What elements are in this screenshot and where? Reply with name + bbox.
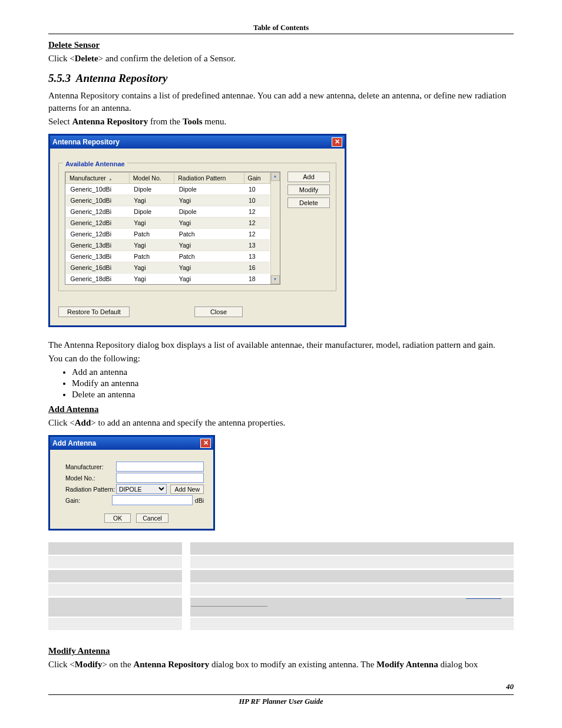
col-gain[interactable]: Gain	[244, 173, 270, 184]
antenna-repository-dialog: Antenna Repository ✕ Available Antennae …	[48, 134, 346, 327]
table-row[interactable]: Generic_10dBiDipoleDipole10	[66, 184, 270, 195]
heading-modify-antenna: Modify Antenna	[48, 646, 514, 656]
table-row[interactable]: Generic_12dBiPatchPatch12	[66, 229, 270, 240]
bullet-list: Add an antenna Modify an antenna Delete …	[72, 367, 514, 400]
para-delete-sensor: Click <Delete> and confirm the deletion …	[48, 52, 514, 65]
page-number: 40	[506, 682, 514, 691]
unit-dbi: dBi	[195, 497, 204, 504]
label-gain: Gain:	[65, 497, 112, 504]
para-after-repo: The Antenna Repository dialog box displa…	[48, 339, 514, 351]
label-manufacturer: Manufacturer:	[65, 463, 116, 470]
para-modify-antenna: Click <Modify> on the Antenna Repository…	[48, 658, 514, 671]
dialog-title: Add Antenna	[52, 439, 96, 447]
add-antenna-dialog: Add Antenna ✕ Manufacturer: Model No.: R…	[48, 435, 215, 531]
dialog-title: Antenna Repository	[52, 138, 120, 146]
scrollbar[interactable]: ▴ ▾	[270, 172, 280, 284]
label-pattern: Radiation Pattern:	[65, 486, 116, 493]
manufacturer-input[interactable]	[116, 462, 204, 472]
para-repo-select: Select Antenna Repository from the Tools…	[48, 116, 514, 128]
para-add-antenna: Click <Add> to add an antenna and specif…	[48, 417, 514, 429]
placeholder-table	[48, 542, 514, 632]
model-input[interactable]	[116, 473, 204, 483]
list-item: Add an antenna	[72, 367, 514, 377]
scroll-down-icon[interactable]: ▾	[271, 275, 280, 284]
group-label: Available Antennae	[63, 160, 127, 167]
heading-delete-sensor: Delete Sensor	[48, 40, 514, 50]
sort-asc-icon: ▲	[108, 177, 113, 181]
label-model: Model No.:	[65, 475, 116, 482]
heading-antenna-repository: 5.5.3 Antenna Repository	[48, 72, 514, 85]
table-row[interactable]: Generic_13dBiPatchPatch13	[66, 251, 270, 262]
list-item: Modify an antenna	[72, 378, 514, 388]
table-row[interactable]: Generic_10dBiYagiYagi10	[66, 195, 270, 206]
delete-button[interactable]: Delete	[287, 197, 330, 208]
col-manufacturer[interactable]: Manufacturer▲	[66, 173, 130, 184]
antenna-table: Manufacturer▲ Model No. Radiation Patter…	[65, 172, 270, 284]
table-row[interactable]: Generic_12dBiDipoleDipole12	[66, 206, 270, 218]
list-item: Delete an antenna	[72, 390, 514, 400]
close-icon[interactable]: ✕	[332, 137, 342, 147]
scroll-up-icon[interactable]: ▴	[271, 172, 280, 181]
table-row[interactable]: Generic_18dBiYagiYagi18	[66, 274, 270, 285]
col-pattern[interactable]: Radiation Pattern	[174, 173, 244, 184]
table-row[interactable]: Generic_12dBiYagiYagi12	[66, 218, 270, 229]
close-icon[interactable]: ✕	[200, 439, 211, 448]
footer-text: HP RF Planner User Guide	[239, 697, 323, 706]
modify-button[interactable]: Modify	[287, 185, 330, 195]
ok-button[interactable]: OK	[104, 513, 131, 523]
heading-add-antenna: Add Antenna	[48, 404, 514, 414]
table-row[interactable]: Generic_13dBiYagiYagi13	[66, 240, 270, 251]
para-repo-desc: Antenna Repository contains a list of pr…	[48, 90, 514, 114]
close-button[interactable]: Close	[194, 307, 243, 317]
restore-default-button[interactable]: Restore To Default	[58, 307, 130, 317]
gain-input[interactable]	[112, 495, 193, 505]
para-can-do: You can do the following:	[48, 353, 514, 365]
header-toc: Table of Contents	[48, 24, 514, 34]
cancel-button[interactable]: Cancel	[136, 513, 168, 523]
col-model[interactable]: Model No.	[129, 173, 174, 184]
footer: 40 HP RF Planner User Guide	[48, 694, 514, 706]
add-button[interactable]: Add	[287, 172, 330, 182]
add-new-button[interactable]: Add New	[170, 485, 204, 494]
link-placeholder	[466, 598, 501, 599]
pattern-select[interactable]: DIPOLE	[116, 484, 167, 494]
table-row[interactable]: Generic_16dBiYagiYagi16	[66, 262, 270, 274]
